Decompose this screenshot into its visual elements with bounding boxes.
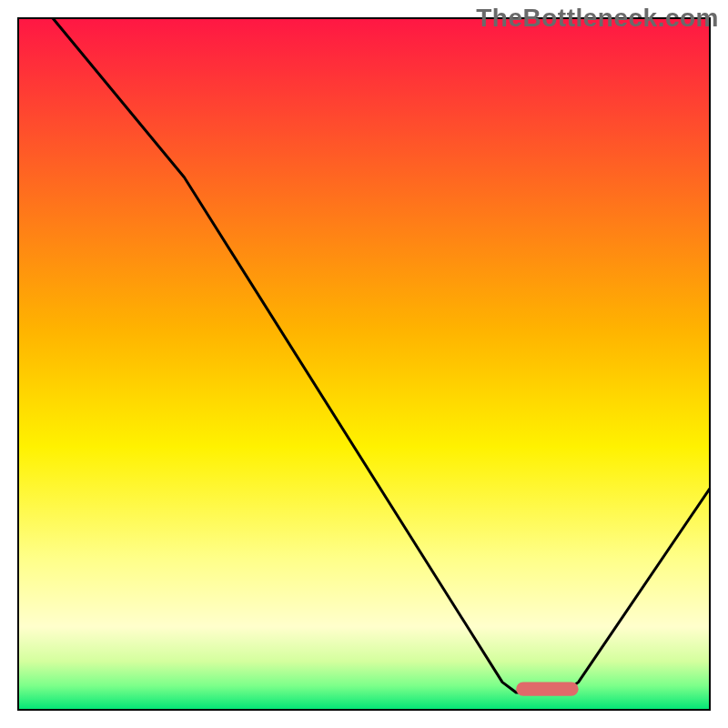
gradient-background (18, 18, 710, 710)
chart-svg (0, 0, 728, 728)
bottleneck-chart: TheBottleneck.com (0, 0, 728, 728)
optimal-region-marker (516, 682, 578, 696)
watermark-text: TheBottleneck.com (476, 4, 719, 33)
